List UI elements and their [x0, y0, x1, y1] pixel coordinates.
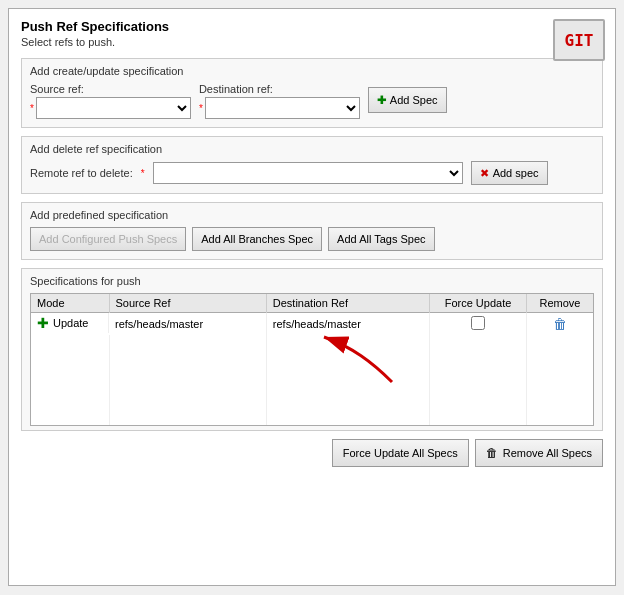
- remote-required-marker: *: [141, 168, 145, 179]
- force-update-checkbox[interactable]: [471, 316, 485, 330]
- dest-required-marker: *: [199, 103, 203, 114]
- delete-ref-section: Add delete ref specification Remote ref …: [21, 136, 603, 194]
- row-dest-cell: refs/heads/master: [266, 313, 429, 336]
- remote-ref-label: Remote ref to delete:: [30, 167, 133, 179]
- row-remove-cell: 🗑: [526, 313, 593, 336]
- add-spec-delete-label: Add spec: [493, 167, 539, 179]
- add-all-tags-label: Add All Tags Spec: [337, 233, 425, 245]
- source-ref-label: Source ref:: [30, 83, 191, 95]
- specs-for-push-section: Specifications for push Mode Source Ref …: [21, 268, 603, 431]
- specs-table: Mode Source Ref Destination Ref Force Up…: [31, 294, 593, 425]
- remove-all-label: Remove All Specs: [503, 447, 592, 459]
- predefined-buttons-row: Add Configured Push Specs Add All Branch…: [30, 227, 594, 251]
- git-logo: GIT: [553, 19, 605, 61]
- force-update-all-label: Force Update All Specs: [343, 447, 458, 459]
- dest-ref-group: Destination ref: *: [199, 83, 360, 119]
- add-spec-icon: ✚: [377, 94, 386, 107]
- col-force-header: Force Update: [430, 294, 527, 313]
- main-panel: GIT Push Ref Specifications Select refs …: [8, 8, 616, 586]
- page-subtitle: Select refs to push.: [21, 36, 603, 48]
- remove-all-icon: 🗑: [486, 446, 498, 460]
- table-row: ✚ Update refs/heads/master refs/heads/ma…: [31, 313, 593, 336]
- source-required-marker: *: [30, 103, 34, 114]
- specs-table-wrapper: Mode Source Ref Destination Ref Force Up…: [30, 293, 594, 426]
- add-all-branches-label: Add All Branches Spec: [201, 233, 313, 245]
- col-source-header: Source Ref: [109, 294, 266, 313]
- git-logo-text: GIT: [565, 31, 594, 50]
- row-source-cell: refs/heads/master: [109, 313, 266, 336]
- dest-ref-label: Destination ref:: [199, 83, 360, 95]
- page-title: Push Ref Specifications: [21, 19, 603, 34]
- empty-row-1: [31, 335, 593, 353]
- add-spec-delete-icon: ✖: [480, 167, 489, 180]
- force-update-all-button[interactable]: Force Update All Specs: [332, 439, 469, 467]
- empty-row-3: [31, 371, 593, 389]
- row-mode-text: Update: [53, 317, 88, 329]
- bottom-buttons-row: Force Update All Specs 🗑 Remove All Spec…: [21, 439, 603, 467]
- empty-row-5: [31, 407, 593, 425]
- predefined-title: Add predefined specification: [30, 209, 594, 221]
- source-ref-select[interactable]: [36, 97, 191, 119]
- create-update-title: Add create/update specification: [30, 65, 594, 77]
- row-mode-icon: ✚: [37, 316, 49, 330]
- add-spec-delete-button[interactable]: ✖ Add spec: [471, 161, 548, 185]
- predefined-section: Add predefined specification Add Configu…: [21, 202, 603, 260]
- dest-ref-select[interactable]: [205, 97, 360, 119]
- source-ref-group: Source ref: *: [30, 83, 191, 119]
- specs-for-push-title: Specifications for push: [30, 275, 594, 287]
- add-all-tags-button[interactable]: Add All Tags Spec: [328, 227, 434, 251]
- row-mode-cell: ✚ Update: [31, 313, 109, 333]
- empty-row-4: [31, 389, 593, 407]
- add-spec-label: Add Spec: [390, 94, 438, 106]
- remove-row-icon[interactable]: 🗑: [553, 316, 567, 332]
- add-configured-push-button[interactable]: Add Configured Push Specs: [30, 227, 186, 251]
- empty-row-2: [31, 353, 593, 371]
- add-spec-button[interactable]: ✚ Add Spec: [368, 87, 447, 113]
- col-mode-header: Mode: [31, 294, 109, 313]
- add-configured-push-label: Add Configured Push Specs: [39, 233, 177, 245]
- col-dest-header: Destination Ref: [266, 294, 429, 313]
- remote-ref-select[interactable]: [153, 162, 463, 184]
- row-force-cell: [430, 313, 527, 336]
- table-header-row: Mode Source Ref Destination Ref Force Up…: [31, 294, 593, 313]
- add-all-branches-button[interactable]: Add All Branches Spec: [192, 227, 322, 251]
- delete-ref-title: Add delete ref specification: [30, 143, 594, 155]
- col-remove-header: Remove: [526, 294, 593, 313]
- remove-all-specs-button[interactable]: 🗑 Remove All Specs: [475, 439, 603, 467]
- create-update-section: Add create/update specification Source r…: [21, 58, 603, 128]
